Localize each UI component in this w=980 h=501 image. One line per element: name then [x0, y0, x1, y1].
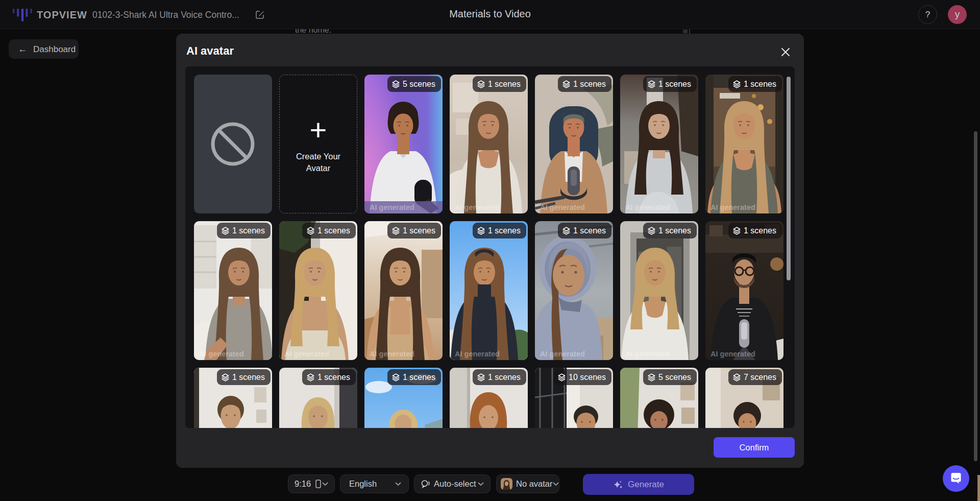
svg-text:AI generated: AI generated — [455, 350, 500, 358]
svg-text:AI generated: AI generated — [540, 350, 585, 358]
svg-text:AI generated: AI generated — [710, 350, 755, 358]
svg-text:AI generated: AI generated — [540, 203, 585, 211]
svg-text:AI generated: AI generated — [455, 203, 500, 211]
svg-text:AI generated: AI generated — [625, 203, 670, 211]
svg-text:AI generated: AI generated — [284, 350, 329, 358]
svg-text:AI generated: AI generated — [370, 350, 414, 358]
svg-text:AI generated: AI generated — [625, 350, 670, 358]
svg-text:AI generated: AI generated — [370, 203, 414, 211]
svg-text:AI generated: AI generated — [199, 350, 244, 358]
svg-text:AI generated: AI generated — [710, 203, 755, 211]
